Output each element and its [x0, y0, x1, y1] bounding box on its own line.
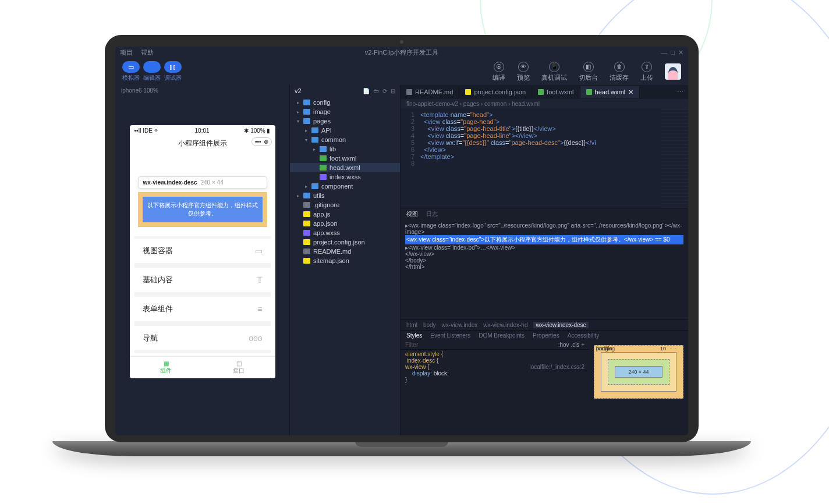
styles-subtab-Event Listeners[interactable]: Event Listeners: [430, 332, 470, 339]
editor-tab-README.md[interactable]: README.md: [401, 86, 459, 98]
tree-item-app.json[interactable]: app.json: [290, 219, 400, 228]
tree-item-app.js[interactable]: app.js: [290, 210, 400, 219]
line-number: 4: [401, 132, 420, 139]
tree-item-README.md[interactable]: README.md: [290, 247, 400, 256]
folder-icon: [303, 193, 310, 198]
styles-subtab-Properties[interactable]: Properties: [533, 332, 559, 339]
folder-icon: [311, 183, 318, 189]
mode-pill-1[interactable]: 编辑器: [143, 61, 161, 82]
crumb-wx-view.index[interactable]: wx-view.index: [442, 322, 478, 328]
component-menu-item-1[interactable]: 基础内容 𝕋: [134, 268, 271, 292]
minimize-icon[interactable]: —: [661, 49, 667, 56]
tree-item-foot.wxml[interactable]: foot.wxml: [290, 154, 400, 163]
toolbar-compile-button[interactable]: ⦿ 编译: [493, 62, 505, 82]
code-line-4[interactable]: 4 <view class="page-head-line"></view>: [401, 132, 688, 139]
phone-tab-0[interactable]: ▦ 组件: [130, 357, 203, 378]
minimap[interactable]: [661, 109, 688, 208]
code-line-6[interactable]: 6 </view>: [401, 146, 688, 153]
phone-header: 小程序组件展示 ••• ⊗: [130, 136, 275, 153]
component-menu-item-0[interactable]: 视图容器 ▭: [134, 239, 271, 263]
editor-tab-project.config.json[interactable]: project.config.json: [459, 86, 532, 98]
file-icon: [538, 89, 544, 95]
css-rule[interactable]: .index-desc {</span><div class="prop">ma…: [405, 357, 584, 364]
tree-item-head.wxml[interactable]: head.wxml: [290, 163, 400, 172]
menu-item-icon: ≡: [257, 304, 262, 314]
phone-tab-1[interactable]: ◫ 接口: [203, 357, 275, 378]
tree-item-config[interactable]: ▸ config: [290, 98, 400, 107]
code-line-7[interactable]: 7 </template>: [401, 153, 688, 160]
maximize-icon[interactable]: □: [671, 49, 675, 56]
tree-item-image[interactable]: ▸ image: [290, 107, 400, 116]
css-rule[interactable]: element.style {: [405, 351, 584, 357]
elements-crumbs[interactable]: htmlbodywx-view.indexwx-view.index-hdwx-…: [401, 320, 688, 330]
new-folder-icon[interactable]: 🗀: [373, 88, 379, 94]
elements-node[interactable]: </html>: [405, 264, 683, 270]
close-capsule-icon[interactable]: ⊗: [264, 139, 268, 145]
close-icon[interactable]: ✕: [678, 49, 683, 56]
mode-pill-0[interactable]: ▭ 模拟器: [122, 61, 140, 82]
toolbar-background-button[interactable]: ◧ 切后台: [579, 62, 598, 82]
tree-item-API[interactable]: ▸ API: [290, 126, 400, 135]
explorer-root[interactable]: v2: [295, 87, 302, 94]
editor-tab-foot.wxml[interactable]: foot.wxml: [532, 86, 580, 98]
tree-item-utils[interactable]: ▸ utils: [290, 191, 400, 200]
code-line-8[interactable]: 8: [401, 160, 688, 167]
elements-node[interactable]: ▸<wx-view class="index-bd">…</wx-view>: [405, 244, 683, 251]
crumb-wx-view.index-desc[interactable]: wx-view.index-desc: [533, 322, 588, 328]
highlighted-element[interactable]: 以下将展示小程序官方组件能力，组件样式仅供参考。: [138, 192, 267, 227]
tab-close-icon[interactable]: ✕: [628, 88, 633, 96]
styles-subtab-Styles[interactable]: Styles: [406, 332, 422, 339]
crumb-wx-view.index-hd[interactable]: wx-view.index-hd: [483, 322, 527, 328]
tree-item-lib[interactable]: ▸ lib: [290, 144, 400, 154]
mode-pill-2[interactable]: ⫿⫿ 调试器: [164, 61, 182, 82]
file-icon: [465, 89, 471, 95]
new-file-icon[interactable]: 📄: [363, 88, 370, 94]
more-icon[interactable]: •••: [255, 139, 261, 145]
menu-project[interactable]: 项目: [120, 48, 133, 57]
toolbar-preview-button[interactable]: 👁 预览: [517, 62, 530, 82]
tree-item-.gitignore[interactable]: .gitignore: [290, 200, 400, 210]
styles-subtab-Accessibility[interactable]: Accessibility: [568, 332, 599, 339]
tree-item-app.wxss[interactable]: app.wxss: [290, 228, 400, 237]
menu-help[interactable]: 帮助: [141, 48, 154, 57]
tree-item-component[interactable]: ▸ component: [290, 182, 400, 191]
elements-node[interactable]: ▸<wx-image class="index-logo" src="../re…: [405, 222, 683, 235]
elements-node[interactable]: </wx-view>: [405, 251, 683, 257]
devtools-tab-log[interactable]: 日志: [426, 210, 438, 218]
tree-item-pages[interactable]: ▾ pages: [290, 116, 400, 126]
avatar[interactable]: [665, 63, 681, 80]
code-line-1[interactable]: 1 <template name="head">: [401, 111, 688, 118]
breadcrumb[interactable]: fino-applet-demo-v2 › pages › common › h…: [401, 99, 688, 109]
elements-tree[interactable]: ▸<wx-image class="index-logo" src="../re…: [401, 220, 688, 320]
tabs-overflow-icon[interactable]: ⋯: [672, 88, 688, 96]
styles-filter-controls[interactable]: :hov .cls +: [558, 342, 584, 348]
code-line-3[interactable]: 3 <view class="page-head-title">{{title}…: [401, 125, 688, 132]
toolbar-label: 上传: [640, 73, 653, 82]
crumb-html[interactable]: html: [406, 322, 417, 328]
component-menu-item-2[interactable]: 表单组件 ≡: [134, 297, 271, 321]
capsule-button[interactable]: ••• ⊗: [251, 137, 272, 146]
styles-filter-input[interactable]: Filter: [405, 342, 418, 348]
toolbar-clearCache-button[interactable]: 🗑 清缓存: [610, 62, 629, 82]
styles-subtab-DOM Breakpoints[interactable]: DOM Breakpoints: [479, 332, 525, 339]
editor-tab-head.wxml[interactable]: head.wxml ✕: [580, 86, 640, 98]
collapse-icon[interactable]: ⊟: [391, 88, 395, 94]
tree-item-sitemap.json[interactable]: sitemap.json: [290, 256, 400, 265]
elements-node[interactable]: </body>: [405, 257, 683, 264]
code-editor[interactable]: 1 <template name="head"> 2 <view class="…: [401, 109, 688, 208]
tree-item-index.wxss[interactable]: index.wxss: [290, 172, 400, 182]
devtools-tab-view[interactable]: 视图: [406, 210, 418, 218]
elements-highlighted-node[interactable]: <wx-view class="index-desc">以下将展示小程序官方组件…: [405, 235, 683, 244]
tree-item-common[interactable]: ▾ common: [290, 135, 400, 144]
crumb-body[interactable]: body: [423, 322, 436, 328]
menu-item-label: 基础内容: [143, 275, 173, 285]
inspector-tooltip: wx-view.index-desc 240 × 44: [138, 176, 267, 189]
code-line-2[interactable]: 2 <view class="page-head">: [401, 118, 688, 125]
code-line-5[interactable]: 5 <view wx:if="{{desc}}" class="page-hea…: [401, 139, 688, 146]
toolbar-upload-button[interactable]: ⇧ 上传: [640, 62, 653, 82]
refresh-icon[interactable]: ⟳: [382, 88, 387, 94]
css-rule[interactable]: wx-view {localfile:/_index.css:2display:…: [405, 364, 584, 383]
component-menu-item-3[interactable]: 导航 ooo: [134, 326, 271, 350]
tree-item-project.config.json[interactable]: project.config.json: [290, 237, 400, 247]
toolbar-remote-button[interactable]: 📱 真机调试: [541, 62, 567, 82]
